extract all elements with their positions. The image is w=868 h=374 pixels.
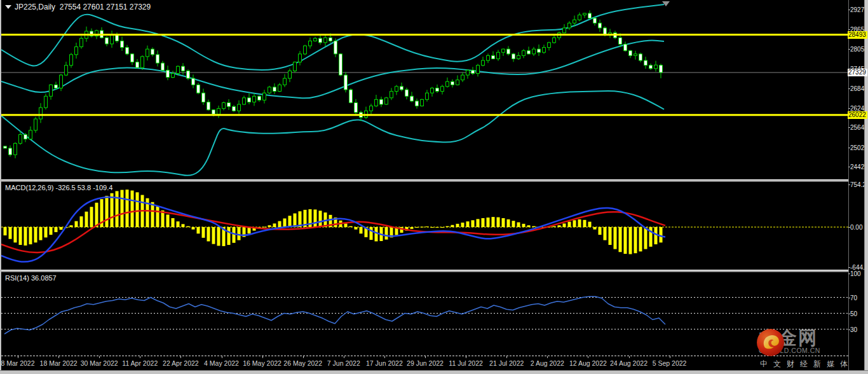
- time-axis-tick: [99, 356, 100, 358]
- time-axis-label: 21 Jul 2022: [489, 359, 524, 367]
- price-tag-resistance: 28493: [848, 31, 867, 39]
- time-axis-tick: [18, 356, 18, 358]
- price-axis[interactable]: 28493 27329 26022 2927028655280552745526…: [849, 0, 864, 370]
- time-axis-tick: [629, 356, 630, 358]
- time-axis-tick: [466, 356, 466, 358]
- rsi-axis-label: 70: [850, 294, 857, 301]
- time-axis-tick: [344, 356, 344, 358]
- time-axis-label: 29 Jun 2022: [407, 359, 444, 367]
- symbol-dropdown-icon[interactable]: [5, 5, 11, 9]
- rsi-axis-label: 30: [850, 326, 857, 333]
- macd-title: MACD(12,26,9) -326.5 53.8 -109.4: [5, 184, 112, 191]
- time-axis-label: 18 Mar 2022: [40, 359, 78, 367]
- ohlc-summary-label: 27554 27601 27151 27329: [60, 3, 151, 11]
- time-axis-label: 16 May 2022: [243, 359, 281, 367]
- time-axis-label: 8 Mar 2022: [1, 359, 34, 367]
- time-axis-label: 17 Jun 2022: [366, 359, 403, 367]
- time-axis-label: 2 Aug 2022: [531, 359, 564, 367]
- price-tag-support: 26022: [848, 111, 867, 119]
- macd-panel[interactable]: MACD(12,26,9) -326.5 53.8 -109.4: [1, 182, 848, 270]
- time-axis-tick: [303, 356, 304, 358]
- window-bottom-border: [0, 370, 868, 374]
- time-axis-label: 22 Apr 2022: [163, 359, 199, 367]
- chart-shift-icon[interactable]: [662, 1, 670, 6]
- rsi-axis-label: 100: [850, 270, 861, 277]
- time-axis-tick: [547, 356, 548, 358]
- macd-values: -326.5 53.8 -109.4: [55, 184, 112, 191]
- main-chart-panel[interactable]: JP225,Daily 27554 27601 27151 27329: [1, 0, 848, 180]
- time-axis-tick: [506, 356, 507, 358]
- rsi-title: RSI(14) 36.0857: [5, 274, 57, 282]
- macd-canvas[interactable]: [1, 182, 848, 270]
- time-axis-tick: [58, 356, 59, 358]
- time-axis-tick: [425, 356, 426, 358]
- time-axis[interactable]: 8 Mar 202218 Mar 202230 Mar 202211 Apr 2…: [1, 356, 848, 370]
- time-axis-label: 5 Sep 2022: [653, 359, 687, 367]
- window-left-border: [0, 0, 1, 374]
- time-axis-label: 24 Aug 2022: [610, 359, 648, 367]
- main-chart-canvas[interactable]: [1, 0, 848, 180]
- watermark-tagline: 中文财经新媒体: [760, 359, 853, 370]
- symbol-title: JP225,Daily 27554 27601 27151 27329: [5, 3, 151, 11]
- chart-window: JP225,Daily 27554 27601 27151 27329 MACD…: [0, 0, 868, 374]
- macd-label: MACD(12,26,9): [5, 184, 53, 191]
- time-axis-label: 4 May 2022: [204, 359, 239, 367]
- macd-axis-label: 0.00: [850, 224, 862, 231]
- time-axis-label: 26 May 2022: [283, 359, 322, 367]
- price-tag-current: 27329: [848, 69, 867, 76]
- time-axis-label: 12 Aug 2022: [569, 359, 607, 367]
- watermark: 中金网 CNGOLD.COM.CN: [756, 328, 820, 354]
- time-axis-tick: [222, 356, 222, 358]
- rsi-canvas[interactable]: [1, 272, 848, 357]
- rsi-value: 36.0857: [31, 274, 57, 282]
- time-axis-label: 30 Mar 2022: [81, 359, 118, 367]
- rsi-label: RSI(14): [5, 274, 29, 282]
- time-axis-tick: [588, 356, 588, 358]
- cngold-logo-icon: [756, 328, 785, 357]
- time-axis-label: 7 Jun 2022: [327, 359, 360, 367]
- symbol-period-label: JP225,Daily: [15, 3, 55, 11]
- time-axis-tick: [140, 356, 140, 358]
- rsi-axis-label: 50: [850, 310, 857, 317]
- time-axis-tick: [670, 356, 670, 358]
- window-right-border: [864, 0, 868, 374]
- time-axis-label: 11 Apr 2022: [122, 359, 158, 367]
- time-axis-label: 11 Jul 2022: [449, 359, 483, 367]
- time-axis-tick: [384, 356, 385, 358]
- time-axis-tick: [180, 356, 181, 358]
- time-axis-tick: [262, 356, 263, 358]
- rsi-panel[interactable]: RSI(14) 36.0857: [1, 272, 848, 357]
